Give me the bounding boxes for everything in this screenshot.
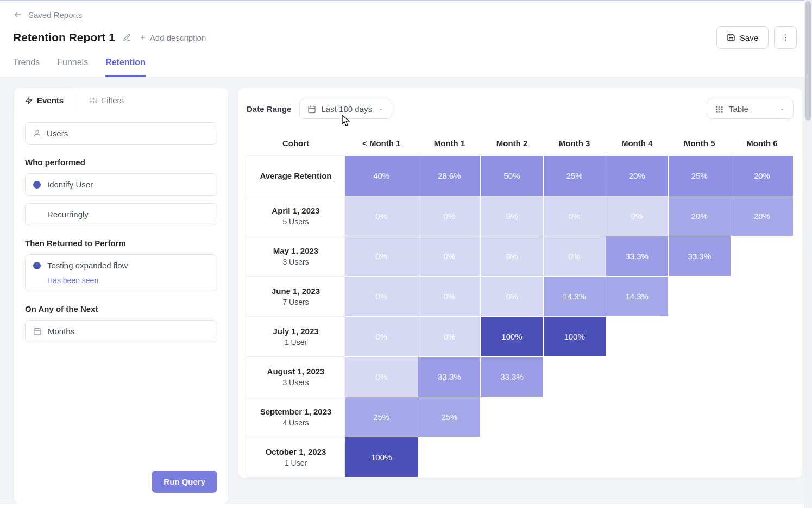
calendar-icon (307, 105, 316, 114)
table-header-period: Month 2 (481, 131, 543, 156)
recurring-selector[interactable]: Recurringly (25, 203, 217, 225)
breadcrumb-label: Saved Reports (28, 10, 82, 20)
table-header-period: Month 6 (731, 131, 793, 156)
cohort-cell: October 1, 20231 User (247, 437, 345, 478)
retention-cell[interactable]: 33.3% (606, 236, 668, 277)
calendar-icon (33, 327, 41, 335)
retention-cell[interactable]: 0% (345, 317, 418, 357)
sidebar-tab-filters-label: Filters (102, 96, 124, 105)
cohort-cell: September 1, 20234 Users (247, 397, 345, 437)
svg-rect-25 (716, 108, 717, 110)
run-query-button[interactable]: Run Query (152, 471, 217, 493)
sidebar-tab-events[interactable]: Events (14, 88, 74, 112)
retention-cell[interactable]: 14.3% (606, 277, 668, 317)
retention-cell[interactable]: 33.3% (481, 357, 543, 397)
retention-cell[interactable]: 0% (345, 196, 418, 236)
svg-point-13 (36, 130, 39, 133)
table-header-period: Month 4 (606, 131, 668, 156)
retention-cell[interactable]: 50% (481, 156, 543, 196)
retention-cell[interactable]: 0% (481, 277, 543, 317)
event-dot-icon (33, 262, 41, 269)
retention-table: Cohort< Month 1Month 1Month 2Month 3Mont… (247, 131, 794, 478)
back-arrow-icon (13, 10, 23, 20)
interval-selector[interactable]: Months (25, 320, 217, 342)
user-icon (33, 129, 41, 137)
svg-rect-28 (716, 111, 717, 112)
retention-cell[interactable]: 0% (481, 196, 543, 236)
retention-cell[interactable]: 0% (543, 196, 606, 236)
scrollbar-thumb[interactable] (805, 1, 811, 121)
svg-rect-18 (309, 106, 315, 112)
retention-cell[interactable]: 100% (543, 317, 606, 357)
retention-cell[interactable]: 28.6% (418, 156, 481, 196)
return-event-sub: Has been seen (26, 276, 217, 291)
tab-funnels[interactable]: Funnels (57, 52, 88, 77)
add-description-button[interactable]: Add description (139, 33, 206, 42)
retention-cell[interactable]: 0% (606, 196, 668, 236)
svg-rect-22 (716, 106, 717, 108)
event-dot-icon (33, 181, 41, 189)
cohort-cell: May 1, 20233 Users (247, 236, 345, 277)
table-row: Average Retention40%28.6%50%25%20%25%20% (247, 156, 794, 196)
initial-event-label: Identify User (47, 180, 93, 189)
scrollbar-track[interactable] (804, 0, 812, 504)
retention-cell[interactable]: 25% (418, 397, 481, 437)
date-range-selector[interactable]: Last 180 days (299, 99, 392, 119)
retention-cell[interactable]: 100% (481, 317, 543, 357)
retention-cell[interactable]: 20% (668, 196, 731, 236)
retention-cell[interactable]: 100% (345, 437, 418, 478)
return-event-label: Testing expanded flow (47, 261, 128, 270)
retention-cell[interactable]: 25% (345, 397, 418, 437)
save-icon (727, 33, 735, 42)
retention-cell[interactable]: 0% (418, 317, 481, 357)
edit-title-icon[interactable] (123, 33, 131, 42)
svg-point-1 (785, 37, 786, 38)
retention-cell[interactable]: 0% (418, 277, 481, 317)
retention-cell[interactable]: 0% (543, 236, 606, 277)
tab-retention[interactable]: Retention (105, 52, 146, 77)
tab-trends[interactable]: Trends (13, 52, 40, 77)
retention-cell[interactable]: 40% (345, 156, 418, 196)
table-header-cohort: Cohort (247, 131, 345, 156)
view-type-selector[interactable]: Table (707, 99, 794, 119)
kebab-icon (781, 33, 790, 42)
retention-cell[interactable]: 0% (418, 236, 481, 277)
retention-cell[interactable]: 0% (345, 236, 418, 277)
table-row: July 1, 20231 User0%0%100%100% (247, 317, 794, 357)
save-button[interactable]: Save (716, 26, 769, 49)
cohort-cell: August 1, 20233 Users (247, 357, 345, 397)
more-menu-button[interactable] (774, 26, 797, 49)
retention-cell[interactable]: 33.3% (668, 236, 731, 277)
svg-rect-29 (719, 111, 720, 112)
sidebar-tab-filters[interactable]: Filters (79, 88, 135, 112)
table-row: September 1, 20234 Users25%25% (247, 397, 794, 437)
cohort-cell: June 1, 20237 Users (247, 277, 345, 317)
table-header-period: Month 3 (543, 131, 606, 156)
retention-cell[interactable]: 0% (481, 236, 543, 277)
retention-cell[interactable]: 14.3% (543, 277, 606, 317)
retention-cell[interactable]: 33.3% (418, 357, 481, 397)
retention-cell[interactable]: 20% (731, 196, 793, 236)
svg-rect-23 (719, 106, 720, 108)
retention-cell[interactable]: 0% (345, 357, 418, 397)
retention-cell[interactable]: 20% (606, 156, 668, 196)
bolt-icon (25, 97, 33, 104)
date-range-label: Date Range (247, 104, 292, 114)
table-row: October 1, 20231 User100% (247, 437, 794, 478)
page-title: Retention Report 1 (13, 31, 115, 44)
breadcrumb[interactable]: Saved Reports (13, 10, 797, 20)
retention-cell[interactable]: 25% (668, 156, 731, 196)
sidebar-tab-events-label: Events (37, 96, 64, 105)
audience-selector[interactable]: Users (25, 122, 217, 145)
svg-rect-14 (34, 329, 40, 335)
retention-cell[interactable]: 0% (418, 196, 481, 236)
retention-cell[interactable]: 20% (731, 156, 793, 196)
initial-event-selector[interactable]: Identify User (25, 173, 217, 196)
return-event-selector[interactable]: Testing expanded flow Has been seen (25, 254, 217, 291)
retention-cell[interactable]: 0% (345, 277, 418, 317)
svg-rect-26 (719, 108, 720, 110)
svg-point-2 (785, 40, 786, 41)
save-button-label: Save (740, 33, 758, 42)
date-range-value: Last 180 days (322, 104, 372, 114)
retention-cell[interactable]: 25% (543, 156, 606, 196)
